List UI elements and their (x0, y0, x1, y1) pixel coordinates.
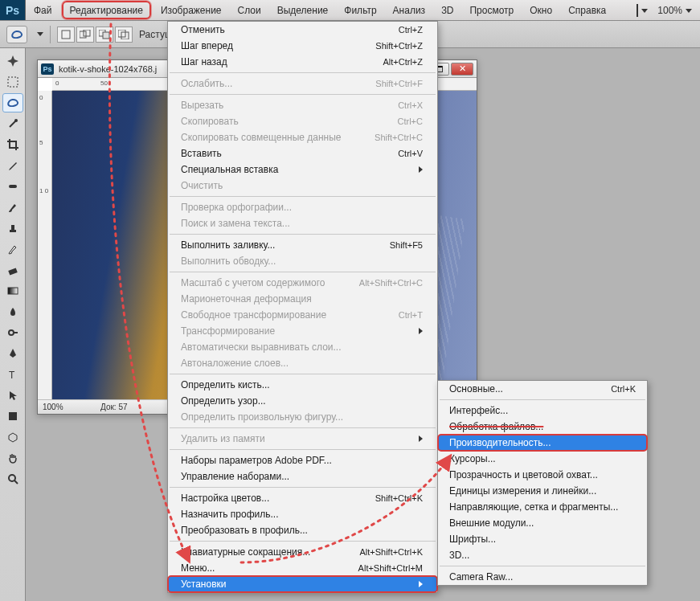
menu-item-shortcut: Ctrl+Z (399, 25, 423, 35)
add-selection-icon[interactable] (76, 27, 94, 43)
menu-item-label: Установки (181, 579, 226, 590)
menu-item-label: Направляющие, сетка и фрагменты... (449, 501, 618, 513)
menu-select[interactable]: Выделение (269, 0, 337, 20)
blur-tool[interactable] (2, 302, 23, 321)
marquee-tool[interactable] (2, 72, 23, 92)
submenu-arrow-icon (419, 581, 423, 587)
menu-item-label: Поиск и замена текста... (181, 218, 290, 229)
edit-menu-item[interactable]: Шаг впередShift+Ctrl+Z (168, 38, 437, 54)
prefs-menu-item[interactable]: Курсоры... (438, 451, 647, 467)
menu-separator (170, 94, 436, 95)
ruler-vertical: 0 5 1 0 (38, 91, 52, 399)
edit-menu-item[interactable]: Специальная вставка (168, 161, 437, 178)
edit-menu-item[interactable]: Настройка цветов...Shift+Ctrl+K (168, 490, 437, 506)
svg-rect-0 (62, 31, 70, 39)
menu-analysis[interactable]: Анализ (385, 0, 434, 20)
edit-menu-item[interactable]: Определить узор... (168, 393, 437, 409)
edit-menu-item[interactable]: Определить кисть... (168, 377, 437, 393)
menu-file[interactable]: Фай (26, 0, 60, 20)
edit-menu-item[interactable]: Клавиатурные сокращения...Alt+Shift+Ctrl… (168, 544, 437, 560)
prefs-menu-item[interactable]: Обработка файлов... (438, 419, 647, 435)
dodge-tool[interactable] (2, 323, 23, 342)
history-brush-tool[interactable] (2, 239, 23, 259)
prefs-menu-item[interactable]: Единицы измерения и линейки... (438, 483, 647, 499)
edit-menu-item[interactable]: Меню...Alt+Shift+Ctrl+M (168, 560, 437, 576)
path-select-tool[interactable] (2, 386, 23, 405)
edit-menu-item[interactable]: Наборы параметров Adobe PDF... (168, 452, 437, 468)
menu-item-label: Отменить (181, 24, 225, 35)
edit-menu-dropdown: ОтменитьCtrl+ZШаг впередShift+Ctrl+ZШаг … (167, 21, 438, 593)
menu-item-shortcut: Alt+Shift+Ctrl+C (359, 278, 423, 288)
menu-item-label: Основные... (449, 383, 503, 395)
menu-item-label: Обработка файлов... (449, 421, 543, 432)
intersect-selection-icon[interactable] (115, 27, 133, 43)
menu-item-label: Camera Raw... (449, 571, 513, 583)
menu-item-shortcut: Shift+Ctrl+C (375, 133, 423, 142)
menu-window[interactable]: Окно (522, 0, 560, 20)
status-zoom[interactable]: 100% (43, 403, 88, 411)
gradient-tool[interactable] (2, 281, 23, 300)
prefs-menu-item[interactable]: Производительность... (438, 435, 647, 451)
type-tool[interactable]: T (2, 365, 23, 384)
menu-view[interactable]: Просмотр (461, 0, 522, 20)
move-tool[interactable] (2, 51, 23, 71)
menu-separator (170, 234, 436, 235)
menu-item-label: Выполнить обводку... (181, 256, 276, 267)
prefs-menu-item[interactable]: Интерфейс... (438, 403, 647, 419)
3d-tool[interactable] (2, 427, 23, 447)
hand-tool[interactable] (2, 448, 23, 468)
prefs-menu-item[interactable]: Направляющие, сетка и фрагменты... (438, 499, 647, 515)
edit-menu-item[interactable]: Выполнить заливку...Shift+F5 (168, 237, 437, 253)
edit-menu-item: Удалить из памяти (168, 431, 437, 447)
menu-image[interactable]: Изображение (153, 0, 230, 20)
eyedropper-tool[interactable] (2, 156, 23, 175)
edit-menu-item[interactable]: Установки (168, 576, 437, 592)
menu-item-label: Производительность... (449, 437, 551, 448)
subtract-selection-icon[interactable] (96, 27, 113, 43)
menu-3d[interactable]: 3D (433, 0, 461, 20)
menu-help[interactable]: Справка (560, 0, 614, 20)
new-selection-icon[interactable] (57, 27, 75, 43)
menu-filter[interactable]: Фильтр (336, 0, 384, 20)
menu-item-label: Автоматически выравнивать слои... (181, 341, 342, 353)
edit-menu-item[interactable]: ОтменитьCtrl+Z (168, 22, 437, 38)
zoom-tool[interactable] (2, 469, 23, 489)
pen-tool[interactable] (2, 344, 23, 363)
menu-layers[interactable]: Слои (230, 0, 269, 20)
prefs-menu-item[interactable]: Шрифты... (438, 531, 647, 547)
prefs-menu-item[interactable]: Прозрачность и цветовой охват... (438, 467, 647, 483)
menu-item-label: Определить узор... (181, 395, 266, 407)
wand-tool[interactable] (2, 114, 23, 133)
healing-tool[interactable] (2, 177, 23, 196)
tool-preset-dropdown-icon[interactable] (37, 32, 43, 36)
menu-item-label: Масштаб с учетом содержимого (181, 277, 325, 288)
submenu-arrow-icon (419, 435, 423, 442)
crop-tool[interactable] (2, 135, 23, 154)
edit-menu-item[interactable]: Управление наборами... (168, 468, 437, 484)
edit-menu-item[interactable]: Назначить профиль... (168, 506, 437, 522)
menu-item-label: Преобразовать в профиль... (181, 525, 308, 536)
menu-separator (170, 72, 436, 73)
prefs-menu-item[interactable]: 3D... (438, 547, 647, 563)
lasso-tool[interactable] (2, 93, 23, 112)
edit-menu-item[interactable]: ВставитьCtrl+V (168, 145, 437, 161)
window-close-button[interactable]: ✕ (451, 63, 473, 76)
menu-item-label: Настройка цветов... (181, 493, 269, 504)
prefs-menu-item[interactable]: Основные...Ctrl+K (438, 381, 647, 397)
edit-menu-item[interactable]: Преобразовать в профиль... (168, 522, 437, 538)
zoom-indicator[interactable]: 100% (657, 5, 692, 16)
shape-tool[interactable] (2, 407, 23, 426)
prefs-menu-item[interactable]: Внешние модули... (438, 515, 647, 531)
edit-menu-item[interactable]: Шаг назадAlt+Ctrl+Z (168, 54, 437, 70)
divider (50, 26, 51, 43)
edit-menu-item: СкопироватьCtrl+C (168, 113, 437, 129)
menu-item-shortcut: Shift+F5 (390, 240, 423, 250)
current-tool-chip[interactable] (6, 26, 27, 43)
menu-edit[interactable]: Редактирование (62, 1, 151, 19)
stamp-tool[interactable] (2, 219, 23, 238)
menu-separator (170, 541, 436, 542)
prefs-menu-item[interactable]: Camera Raw... (438, 569, 647, 585)
eraser-tool[interactable] (2, 260, 23, 280)
brush-tool[interactable] (2, 198, 23, 217)
screen-mode-icon[interactable] (637, 5, 648, 16)
